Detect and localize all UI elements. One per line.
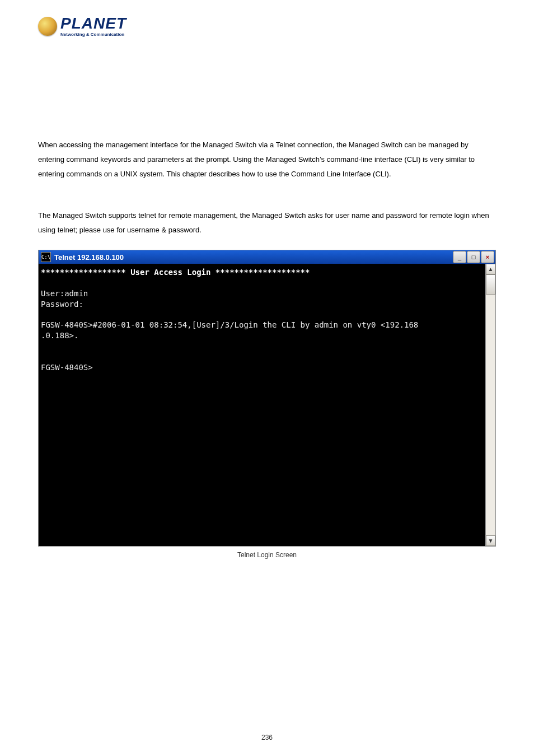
terminal-user-line: User:admin (41, 289, 88, 298)
page: PLANET Networking & Communication When a… (0, 0, 534, 756)
globe-icon (38, 17, 57, 36)
maximize-button[interactable]: □ (467, 251, 480, 263)
page-number: 236 (0, 734, 534, 741)
minimize-button[interactable]: _ (453, 251, 466, 263)
brand-tagline: Networking & Communication (60, 32, 127, 37)
brand-text: PLANET Networking & Communication (60, 16, 127, 37)
terminal-log-line-a: FGSW-4840S>#2006-01-01 08:32:54,[User]/3… (41, 320, 418, 329)
terminal-password-line: Password: (41, 300, 83, 309)
terminal-area: ****************** User Access Login ***… (39, 264, 495, 546)
telnet-window: C:\ Telnet 192.168.0.100 _ □ × *********… (38, 250, 496, 547)
terminal-banner: ****************** User Access Login ***… (41, 268, 310, 277)
close-icon: × (486, 254, 489, 260)
brand-name: PLANET (60, 16, 127, 31)
intro-paragraph: When accessing the management interface … (38, 138, 496, 181)
arrow-up-icon: ▲ (488, 266, 494, 272)
terminal-log-line-b: .0.188>. (41, 331, 78, 340)
window-title: Telnet 192.168.0.100 (54, 253, 124, 262)
arrow-down-icon: ▼ (488, 538, 494, 544)
close-button[interactable]: × (481, 251, 494, 263)
scroll-track[interactable] (486, 274, 495, 535)
brand-logo: PLANET Networking & Communication (38, 16, 496, 37)
vertical-scrollbar[interactable]: ▲ ▼ (485, 264, 495, 546)
figure-caption: Telnet Login Screen (38, 551, 496, 559)
scroll-up-button[interactable]: ▲ (486, 264, 495, 274)
terminal-prompt: FGSW-4840S> (41, 363, 93, 372)
login-paragraph: The Managed Switch supports telnet for r… (38, 208, 496, 237)
cmd-icon: C:\ (41, 252, 51, 262)
scroll-thumb[interactable] (486, 274, 495, 295)
login-paragraph-pre: The Managed Switch supports telnet for r… (38, 211, 489, 234)
login-paragraph-post: for username & password. (116, 226, 202, 234)
window-controls: _ □ × (453, 251, 494, 263)
minimize-icon: _ (458, 254, 461, 260)
scroll-down-button[interactable]: ▼ (486, 535, 495, 546)
maximize-icon: □ (472, 254, 476, 260)
terminal-output[interactable]: ****************** User Access Login ***… (39, 264, 485, 546)
window-titlebar: C:\ Telnet 192.168.0.100 _ □ × (39, 250, 495, 264)
